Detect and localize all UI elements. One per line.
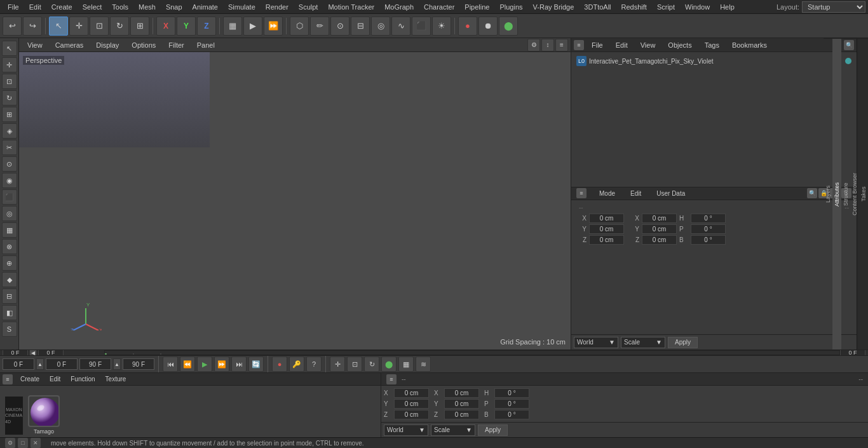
menu-render[interactable]: Render xyxy=(261,2,294,12)
render-region-button[interactable]: ▦ xyxy=(223,17,242,36)
transport-start-frame[interactable]: 0 F xyxy=(3,358,34,370)
vert-tab-takes[interactable]: Takes xyxy=(859,38,868,350)
menu-simulate[interactable]: Simulate xyxy=(223,2,261,12)
coords-scale-dropdown[interactable]: Scale ▼ xyxy=(431,424,475,436)
auto-key-button[interactable]: ⏺ xyxy=(478,17,498,36)
objects-tab-view[interactable]: View xyxy=(635,40,661,50)
axis-x-button[interactable]: X xyxy=(156,17,175,36)
loop-tool-button[interactable]: ⊙ xyxy=(330,17,349,36)
vert-tab-attributes[interactable]: Attributes xyxy=(832,38,841,350)
viewport-tab-options[interactable]: Options xyxy=(126,39,161,51)
viewport-expand-btn[interactable]: ↕ xyxy=(541,39,554,51)
transform-tool-button[interactable]: ⊞ xyxy=(130,17,149,36)
timeline-frame-display[interactable]: 0 F xyxy=(840,350,865,355)
layout-select[interactable]: Startup xyxy=(802,1,865,13)
viewport-tab-cameras[interactable]: Cameras xyxy=(50,39,90,51)
viewport-tab-display[interactable]: Display xyxy=(90,39,125,51)
transport-to-end[interactable]: ⏭ xyxy=(231,356,247,372)
menu-snap[interactable]: Snap xyxy=(161,2,187,12)
timeline-start-field[interactable]: 0 F xyxy=(3,350,28,355)
y-pos-value[interactable]: 0 cm xyxy=(394,399,429,409)
transport-to-start[interactable]: ⏮ xyxy=(163,356,178,372)
menu-animate[interactable]: Animate xyxy=(187,2,223,12)
viewport-tab-panel[interactable]: Panel xyxy=(191,39,220,51)
menu-plugins[interactable]: Plugins xyxy=(494,2,527,12)
menu-select[interactable]: Select xyxy=(78,2,107,12)
render-output-button[interactable]: ⏩ xyxy=(264,17,283,36)
camera-tool-button[interactable]: ⬛ xyxy=(412,17,431,36)
move-tool-button[interactable]: ✛ xyxy=(69,17,88,36)
render-view-button[interactable]: ▶ xyxy=(243,17,262,36)
left-tool-10[interactable]: ◎ xyxy=(2,206,17,221)
attr-field-x-pos[interactable]: 0 cm xyxy=(589,214,624,223)
menu-character[interactable]: Character xyxy=(419,2,459,12)
x-scale-value[interactable]: 0 cm xyxy=(444,388,479,398)
key-all-button[interactable]: ⬤ xyxy=(499,17,518,36)
attr-field-h-rot[interactable]: 0 ° xyxy=(691,214,726,223)
z-pos-value[interactable]: 0 cm xyxy=(394,410,429,419)
mat-menu-function[interactable]: Function xyxy=(68,375,97,383)
attr-field-p-rot[interactable]: 0 ° xyxy=(691,224,726,234)
timeline-prev-marker[interactable]: ◀ xyxy=(29,350,37,355)
select-tool-button[interactable]: ↖ xyxy=(49,17,68,36)
left-tool-11[interactable]: ▦ xyxy=(2,222,17,238)
pen-tool-button[interactable]: ✏ xyxy=(310,17,329,36)
transport-rotate-tool[interactable]: ↻ xyxy=(364,356,379,372)
cube-tool-button[interactable]: ⬡ xyxy=(290,17,309,36)
apply-button[interactable]: Apply xyxy=(668,337,698,348)
material-item[interactable]: Tamago xyxy=(28,395,60,435)
viewport-tab-view[interactable]: View xyxy=(22,39,48,51)
objects-tab-edit[interactable]: Edit xyxy=(611,40,633,50)
menu-create[interactable]: Create xyxy=(46,2,78,12)
axis-y-button[interactable]: Y xyxy=(177,17,196,36)
left-tool-2[interactable]: ⊡ xyxy=(2,74,17,89)
attr-field-y-size[interactable]: 0 cm xyxy=(642,224,677,234)
objects-tab-file[interactable]: File xyxy=(587,40,608,50)
transport-end-frame[interactable]: 90 F xyxy=(79,358,111,370)
menu-mesh[interactable]: Mesh xyxy=(133,2,161,12)
attrs-search-icon[interactable]: 🔍 xyxy=(807,188,817,198)
left-tool-5[interactable]: ◈ xyxy=(2,123,17,139)
left-tool-15[interactable]: ⊟ xyxy=(2,288,17,304)
status-icon-1[interactable]: ⚙ xyxy=(5,438,15,448)
left-tool-1[interactable]: ✛ xyxy=(2,57,17,72)
menu-edit[interactable]: Edit xyxy=(24,2,46,12)
menu-file[interactable]: File xyxy=(3,2,24,12)
array-tool-button[interactable]: ◎ xyxy=(371,17,390,36)
transport-step-back[interactable]: ⏪ xyxy=(180,356,195,372)
transport-auto-key[interactable]: 🔑 xyxy=(289,356,304,372)
undo-button[interactable]: ↩ xyxy=(3,17,22,36)
scale-tool-button[interactable]: ⊡ xyxy=(90,17,109,36)
transport-curves-btn[interactable]: ≋ xyxy=(416,356,431,372)
transport-play[interactable]: ▶ xyxy=(197,356,212,372)
attr-tab-edit[interactable]: Edit xyxy=(628,189,644,198)
3d-viewport[interactable]: Tamagotchi Perspective Grid Spacing : 10… xyxy=(19,52,571,350)
transport-record[interactable]: ● xyxy=(272,356,287,372)
mat-menu-create[interactable]: Create xyxy=(18,375,42,383)
rotate-tool-button[interactable]: ↻ xyxy=(110,17,129,36)
transport-key-select[interactable]: ? xyxy=(306,356,322,372)
transport-end-frame-2[interactable]: 90 F xyxy=(123,358,154,370)
timeline-ruler[interactable]: 0 F ◀ 0 F 0 5 10 15 20 25 xyxy=(0,350,868,355)
object-row-tamagotchi[interactable]: L0 Interactive_Pet_Tamagotchi_Pix_Sky_Vi… xyxy=(574,55,854,67)
left-tool-8[interactable]: ◉ xyxy=(2,173,17,188)
menu-redshift[interactable]: Redshift xyxy=(616,2,652,12)
p-rot-value[interactable]: 0 ° xyxy=(494,399,529,409)
coords-world-dropdown[interactable]: World ▼ xyxy=(384,424,428,436)
transport-step-forward[interactable]: ⏩ xyxy=(214,356,229,372)
vert-tab-structure[interactable]: Structure xyxy=(841,38,850,350)
transport-keyframe-all[interactable]: ⬤ xyxy=(381,356,397,372)
vert-tab-layers[interactable]: Layers xyxy=(824,38,832,350)
menu-script[interactable]: Script xyxy=(652,2,680,12)
spline-tool-button[interactable]: ∿ xyxy=(391,17,410,36)
material-thumbnail[interactable] xyxy=(28,395,60,427)
transport-timeline-btn[interactable]: ▦ xyxy=(398,356,414,372)
vert-tab-content-browser[interactable]: Content Browser xyxy=(850,38,859,350)
z-scale-value[interactable]: 0 cm xyxy=(444,410,479,419)
transport-scale-tool[interactable]: ⊡ xyxy=(347,356,362,372)
b-rot-value[interactable]: 0 ° xyxy=(494,410,529,419)
left-tool-14[interactable]: ◆ xyxy=(2,272,17,287)
menu-pipeline[interactable]: Pipeline xyxy=(459,2,494,12)
y-scale-value[interactable]: 0 cm xyxy=(444,399,479,409)
transport-arrow-up-2[interactable]: ▲ xyxy=(113,358,121,370)
